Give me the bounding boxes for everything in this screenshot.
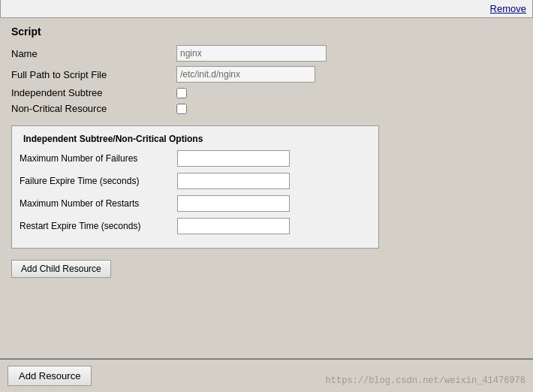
failure-expire-row: Failure Expire Time (seconds) (20, 173, 371, 189)
non-critical-checkbox[interactable] (176, 104, 187, 114)
form-table: Name Full Path to Script File Independen… (11, 45, 522, 114)
remove-link[interactable]: Remove (490, 3, 526, 14)
full-path-label: Full Path to Script File (11, 69, 176, 80)
non-critical-row: Non-Critical Resource (11, 103, 522, 114)
watermark: https://blog.csdn.net/weixin_41476978 (326, 375, 525, 386)
add-resource-button[interactable]: Add Resource (8, 366, 92, 386)
fieldset-legend: Independent Subtree/Non-Critical Options (20, 134, 371, 144)
independent-subtree-checkbox[interactable] (176, 88, 187, 98)
max-restarts-input[interactable] (177, 195, 290, 212)
main-container: Remove Script Name Full Path to Script F… (0, 0, 533, 392)
max-restarts-label: Maximum Number of Restarts (20, 198, 177, 209)
name-label: Name (11, 48, 176, 59)
restart-expire-label: Restart Expire Time (seconds) (20, 221, 177, 231)
script-section-title: Script (11, 26, 522, 38)
max-failures-row: Maximum Number of Failures (20, 150, 371, 167)
restart-expire-row: Restart Expire Time (seconds) (20, 218, 371, 234)
max-failures-input[interactable] (177, 150, 290, 167)
add-child-resource-button[interactable]: Add Child Resource (11, 260, 111, 278)
failure-expire-input[interactable] (177, 173, 290, 189)
restart-expire-input[interactable] (177, 218, 290, 234)
non-critical-label: Non-Critical Resource (11, 103, 176, 114)
independent-subtree-label: Independent Subtree (11, 87, 176, 98)
top-bar: Remove (0, 0, 533, 18)
independent-subtree-row: Independent Subtree (11, 87, 522, 98)
top-bar-wrapper: Remove (0, 0, 533, 18)
fieldset-box: Independent Subtree/Non-Critical Options… (11, 125, 379, 249)
content-area: Script Name Full Path to Script File Ind… (0, 18, 533, 358)
name-input[interactable] (176, 45, 327, 62)
max-failures-label: Maximum Number of Failures (20, 153, 177, 164)
failure-expire-label: Failure Expire Time (seconds) (20, 176, 177, 186)
full-path-input[interactable] (176, 66, 315, 83)
name-row: Name (11, 45, 522, 62)
max-restarts-row: Maximum Number of Restarts (20, 195, 371, 212)
full-path-row: Full Path to Script File (11, 66, 522, 83)
